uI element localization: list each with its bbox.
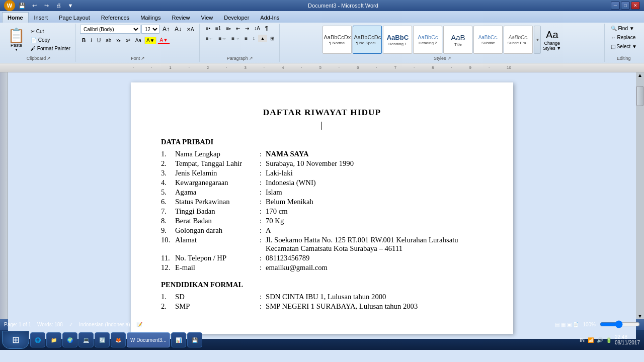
clock: 22:48 08/11/2017 — [615, 334, 640, 345]
highlight-btn[interactable]: A▼ — [144, 37, 157, 44]
taskbar-ie[interactable]: 🌐 — [30, 332, 45, 347]
bullets-btn[interactable]: ≡• — [204, 25, 212, 32]
paste-dropdown[interactable]: ▼ — [15, 48, 18, 51]
grow-font-btn[interactable]: A↑ — [160, 25, 172, 34]
paragraph-expand-icon[interactable]: ↗ — [249, 56, 253, 61]
subscript-btn[interactable]: x₂ — [114, 37, 123, 44]
tab-page-layout[interactable]: Page Layout — [53, 12, 96, 23]
row-colon: : — [256, 188, 266, 197]
format-painter-button[interactable]: 🖌 Format Painter — [29, 45, 72, 52]
taskbar-computer[interactable]: 💻 — [78, 332, 94, 347]
quick-dropdown-btn[interactable]: ▼ — [65, 1, 75, 10]
style-title[interactable]: AaB Title — [443, 26, 472, 54]
superscript-btn[interactable]: x² — [124, 37, 132, 44]
tab-references[interactable]: References — [96, 12, 135, 23]
paste-label: Paste — [11, 43, 22, 48]
tab-view[interactable]: View — [196, 12, 219, 23]
styles-expand-btn[interactable]: ▼ — [534, 26, 541, 54]
taskbar-download[interactable]: 🔄 — [95, 332, 110, 347]
clipboard-expand-icon[interactable]: ↗ — [47, 56, 51, 61]
numbering-btn[interactable]: ≡1 — [213, 25, 223, 32]
tab-addins[interactable]: Add-Ins — [255, 12, 285, 23]
taskbar-ppt[interactable]: 💾 — [187, 332, 202, 347]
zoom-slider[interactable] — [600, 320, 640, 328]
clipboard-sub: ✂ Cut 📄 Copy 🖌 Format Painter — [29, 28, 72, 52]
find-btn[interactable]: 🔍 Find ▼ — [609, 25, 636, 32]
office-logo[interactable]: W — [4, 0, 15, 11]
minimize-btn[interactable]: ─ — [611, 2, 620, 10]
font-expand-icon[interactable]: ↗ — [141, 56, 145, 61]
bold-btn[interactable]: B — [80, 37, 88, 44]
scroll-up-btn[interactable]: ▲ — [637, 72, 642, 78]
font-size-select[interactable]: 12 — [141, 25, 159, 34]
text-cursor — [321, 122, 324, 130]
quick-undo-btn[interactable]: ↩ — [29, 1, 39, 10]
select-btn[interactable]: ⬚ Select ▼ — [609, 43, 639, 50]
change-styles-btn[interactable]: Aa ChangeStyles ▼ — [542, 28, 562, 52]
borders-btn[interactable]: ⊞ — [268, 35, 276, 42]
change-case-btn[interactable]: Aa — [133, 37, 143, 44]
row-num: 5. — [161, 188, 175, 197]
row-value: Laki-laki — [266, 168, 483, 178]
row-num: 3. — [161, 168, 175, 178]
vertical-scrollbar[interactable]: ▲ ▼ — [636, 72, 644, 319]
paste-button[interactable]: 📋 Paste ▼ — [5, 27, 28, 53]
align-right-btn[interactable]: ≡→ — [229, 35, 242, 42]
tab-insert[interactable]: Insert — [29, 12, 54, 23]
table-row: 9. Golongan darah : A — [161, 226, 483, 235]
document-area[interactable]: DAFTAR RIWAYAT HIDUP DATA PRIBADI 1. Nam… — [8, 72, 636, 339]
line-spacing-btn[interactable]: ↕ — [251, 35, 257, 42]
styles-expand-icon[interactable]: ↗ — [447, 56, 451, 61]
italic-btn[interactable]: I — [89, 37, 94, 44]
shrink-font-btn[interactable]: A↓ — [173, 25, 184, 34]
start-button[interactable]: ⊞ — [2, 331, 29, 349]
style-normal[interactable]: AaBbCcDx ¶ Normal — [323, 26, 352, 54]
justify-btn[interactable]: ≡ — [243, 35, 250, 42]
copy-button[interactable]: 📄 Copy — [29, 36, 72, 44]
tab-home[interactable]: Home — [2, 12, 29, 23]
style-normal-preview: AaBbCcDx — [324, 34, 351, 40]
maximize-btn[interactable]: □ — [621, 2, 630, 10]
sort-btn[interactable]: ↕A — [252, 25, 262, 32]
tab-review[interactable]: Review — [166, 12, 195, 23]
underline-btn[interactable]: U — [95, 37, 103, 44]
row-value: Surabaya, 10 November 1990 — [266, 159, 483, 168]
style-subtle-em-label: Subtle Em... — [508, 41, 530, 45]
close-btn[interactable]: ✕ — [631, 2, 640, 10]
show-hide-btn[interactable]: ¶ — [263, 25, 270, 32]
style-subtle-em[interactable]: AaBbCc. Subtle Em... — [504, 26, 533, 54]
status-left: Page: 1 of 1 Words: 188 ✓ Indonesian (In… — [4, 322, 142, 327]
cut-button[interactable]: ✂ Cut — [29, 28, 72, 35]
font-color-btn[interactable]: A▼ — [157, 36, 170, 44]
decrease-indent-btn[interactable]: ⇤ — [234, 25, 242, 32]
increase-indent-btn[interactable]: ⇥ — [243, 25, 251, 32]
table-row: 6. Status Perkawinan : Belum Menikah — [161, 197, 483, 207]
taskbar-explorer[interactable]: 📁 — [46, 332, 61, 347]
font-name-select[interactable]: Calibri (Body) — [80, 25, 140, 34]
taskbar-word[interactable]: W Document3... — [127, 332, 170, 347]
style-heading2[interactable]: AaBbCc Heading 2 — [413, 26, 442, 54]
strikethrough-btn[interactable]: ab — [104, 37, 113, 44]
taskbar-excel[interactable]: 📊 — [171, 332, 186, 347]
quick-print-btn[interactable]: 🖨 — [53, 1, 63, 10]
align-center-btn[interactable]: ≡↔ — [216, 35, 228, 42]
row-value: SDN CINTA IBU 1, Lulusan tahun 2000 — [266, 292, 483, 302]
scroll-down-btn[interactable]: ▼ — [637, 313, 642, 319]
style-no-spacing[interactable]: AaBbCcDc ¶ No Spaci... — [353, 26, 382, 54]
shading-btn[interactable]: ▲ — [258, 35, 267, 42]
replace-btn[interactable]: ↔ Replace — [609, 34, 637, 41]
tab-developer[interactable]: Developer — [218, 12, 255, 23]
taskbar-firefox[interactable]: 🦊 — [111, 332, 126, 347]
quick-save-btn[interactable]: 💾 — [17, 1, 27, 10]
tab-mailings[interactable]: Mailings — [135, 12, 166, 23]
align-left-btn[interactable]: ≡← — [204, 35, 216, 42]
clear-format-btn[interactable]: ✕A — [185, 26, 196, 33]
multilevel-btn[interactable]: ≡₂ — [224, 25, 233, 32]
taskbar-browser[interactable]: 🌍 — [62, 332, 77, 347]
style-heading1[interactable]: AaBbC Heading 1 — [383, 26, 412, 54]
row-num: 10. — [161, 235, 175, 253]
ribbon-tabs: Home Insert Page Layout References Maili… — [0, 11, 644, 23]
quick-redo-btn[interactable]: ↪ — [41, 1, 51, 10]
style-subtitle[interactable]: AaBbCc. Subtitle — [473, 26, 503, 54]
scrollbar-thumb[interactable] — [636, 86, 643, 106]
